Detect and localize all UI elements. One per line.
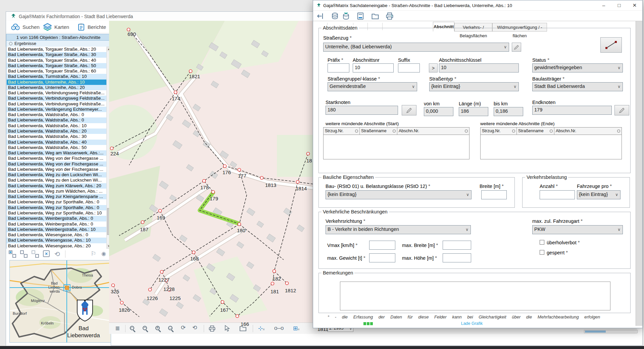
breite-input[interactable] xyxy=(481,190,507,199)
undo-selection-button[interactable]: ⟲ xyxy=(54,250,60,258)
previous-view-icon[interactable]: ⟲ xyxy=(192,324,197,331)
list-item[interactable]: Bad Liebenwerda, Unterreihe, Abs.: 10 xyxy=(7,80,106,85)
col-abschnnr[interactable]: Abschn.Nr. xyxy=(554,128,622,135)
list-item[interactable]: Bad Liebenwerda, Weg zum Wäldchen, Abs.:… xyxy=(7,189,106,194)
refresh-icon[interactable]: ⟳ xyxy=(181,324,186,331)
list-item[interactable]: Bad Liebenwerda, Torgauer Straße, Abs.: … xyxy=(7,63,106,68)
list-item[interactable]: Bad Liebenwerda, Waldstraße, Abs.: 10 xyxy=(7,123,106,129)
form-icon[interactable] xyxy=(356,12,365,20)
list-item[interactable]: Bad Liebenwerda, Wiesengasse, Abs.: 20 xyxy=(7,243,106,249)
list-item[interactable]: Bad Liebenwerda, Verbindungsweg Feldstra… xyxy=(7,101,106,107)
list-item[interactable]: Bad Liebenwerda, Turmstraße, Abs.: 10 xyxy=(7,74,106,79)
list-item[interactable]: Bad Liebenwerda, Torgauer Straße, Abs.: … xyxy=(7,58,106,63)
minimize-button[interactable]: – xyxy=(596,0,611,10)
belastungsklasse-select[interactable]: {kein Eintrag} xyxy=(326,190,472,199)
abschnittsnr-input[interactable]: 10 xyxy=(353,63,394,72)
list-item[interactable]: Bad Liebenwerda, Weg zur Sporthalle, Abs… xyxy=(7,199,106,205)
toolbar-berichte[interactable]: Berichte xyxy=(77,22,106,31)
muendende-ende-table[interactable]: Strzug.Nr. Straßenname Abschn.Nr. xyxy=(480,127,622,159)
folder-icon[interactable] xyxy=(371,12,380,20)
toolbar-suchen[interactable]: Suchen xyxy=(11,22,40,31)
zoom-window-icon[interactable]: ⌐ xyxy=(130,326,134,330)
sort-icon[interactable] xyxy=(465,130,468,133)
list-item[interactable]: Bad Liebenwerda, Weg zur Sporthalle, Abs… xyxy=(7,205,106,210)
node-tool-1-icon[interactable]: ⊹ıı xyxy=(258,325,264,332)
list-item[interactable]: Bad Liebenwerda, Unterreihe, Abs.: 20 xyxy=(7,85,106,90)
list-item[interactable]: Bad Liebenwerda, Verlängerung Echtermeye… xyxy=(7,107,106,112)
node-tool-3-icon[interactable]: ⊞ıı xyxy=(293,325,299,332)
vmax-input[interactable] xyxy=(369,241,395,250)
muendende-start-table[interactable]: Strzug.Nr. Straßenname Abschn.Nr. xyxy=(323,127,469,159)
strassenzug-select[interactable]: Unterreihe, (Bad Liebenwerda) xyxy=(323,43,509,52)
overview-map[interactable]: BadLiebenwerda xyxy=(9,260,111,343)
back-icon[interactable] xyxy=(316,12,325,20)
list-item[interactable]: Bad Liebenwerda, Weinbergstraße, Abs.: 0 xyxy=(7,221,106,227)
list-item[interactable]: Bad Liebenwerda, Torgauer Straße, Abs.: … xyxy=(7,68,106,74)
strassenzug-edit-button[interactable] xyxy=(512,43,521,52)
sort-icon[interactable] xyxy=(355,130,358,133)
list-item[interactable]: Bad Liebenwerda, Waldstraße, Abs.: 30 xyxy=(7,134,106,139)
endknoten-edit-button[interactable] xyxy=(614,105,629,115)
list-item[interactable]: Bad Liebenwerda, Weg am Wasserwerk, Abs.… xyxy=(7,150,106,156)
max-breite-input[interactable] xyxy=(443,241,471,250)
select-remove-button[interactable] xyxy=(32,250,39,258)
list-item[interactable]: Bad Liebenwerda, Weg zum Klärwerk, Abs.:… xyxy=(7,183,106,189)
fahrzeugart-select[interactable]: PKW xyxy=(532,225,623,234)
results-list[interactable]: Bad Liebenwerda, Torgauer Straße, Abs.: … xyxy=(6,47,106,249)
results-group-row[interactable]: Ergebnisse xyxy=(6,41,111,47)
strassentyp-select[interactable]: {kein Eintrag} xyxy=(429,82,519,91)
tab-abschnitt[interactable]: Abschnitt xyxy=(433,22,454,32)
baulasttraeger-select[interactable]: Stadt Bad Liebenwerda xyxy=(532,82,623,91)
flag-icon[interactable]: ⚐ xyxy=(91,250,96,257)
col-strassenname[interactable]: Straßenname xyxy=(360,128,397,135)
list-item[interactable]: Bad Liebenwerda, Weg von der Fischergass… xyxy=(7,161,106,167)
list-item[interactable]: Bad Liebenwerda, Weg von der Fischergass… xyxy=(7,156,106,161)
ueberholverbot-checkbox[interactable] xyxy=(540,240,544,245)
list-item[interactable]: Bad Liebenwerda, Weg zur Kleingartenspar… xyxy=(7,194,106,199)
praefix-input[interactable] xyxy=(328,63,349,72)
list-item[interactable]: Bad Liebenwerda, Verbindungsweg Feldstra… xyxy=(7,90,106,96)
select-add-button[interactable] xyxy=(20,250,28,258)
sort-icon[interactable] xyxy=(550,130,553,133)
list-item[interactable]: Bad Liebenwerda, Waldstraße, Abs.: 0 xyxy=(7,117,106,123)
zoom-in-icon[interactable]: + xyxy=(155,326,160,330)
gesperrt-checkbox[interactable] xyxy=(540,250,544,255)
sort-icon[interactable] xyxy=(512,130,515,133)
fahrzeuge-pro-select[interactable]: {kein Eintrag} xyxy=(577,190,621,199)
sort-icon[interactable] xyxy=(393,130,396,133)
list-item[interactable]: Bad Liebenwerda, Verbindungsweg Feldstra… xyxy=(7,96,106,101)
segment-geometry-button[interactable] xyxy=(600,37,622,53)
list-item[interactable]: Bad Liebenwerda, Waldstraße, Abs.: 0 xyxy=(7,112,106,117)
schluessel-expand-button[interactable]: > xyxy=(429,63,438,72)
database-load-icon[interactable] xyxy=(342,12,350,20)
list-item[interactable]: Bad Liebenwerda, Wiesengasse, Abs.: 0 xyxy=(7,232,106,238)
list-item[interactable]: Bad Liebenwerda, Waldstraße, Abs.: 50 xyxy=(7,145,106,150)
suffix-input[interactable] xyxy=(398,63,420,72)
list-item[interactable]: Bad Liebenwerda, Weg zu den Luckschen Wi… xyxy=(7,178,106,183)
database-save-icon[interactable] xyxy=(331,12,339,20)
list-item[interactable]: Bad Liebenwerda, Weg von der Fischergass… xyxy=(7,167,106,172)
bemerkungen-textarea[interactable] xyxy=(340,282,610,310)
mini-scrollbar[interactable] xyxy=(584,330,638,333)
col-abschnnr[interactable]: Abschn.Nr. xyxy=(397,128,469,135)
clear-selection-button[interactable]: × xyxy=(43,250,50,257)
anzahl-input[interactable] xyxy=(540,190,575,199)
select-new-button[interactable] xyxy=(9,250,16,258)
startknoten-edit-button[interactable] xyxy=(402,105,416,115)
legend-icon[interactable]: ≣ xyxy=(115,325,120,332)
verkehrsrichtung-select[interactable]: B - Verkehr in beiden Richtungen xyxy=(326,225,471,234)
list-item[interactable]: Bad Liebenwerda, Weinbergstraße, Abs.: 0 xyxy=(7,216,106,221)
identify-icon[interactable]: ◉ xyxy=(101,250,106,257)
zoom-extent-icon[interactable]: ↔ xyxy=(168,326,172,330)
status-select[interactable]: gewidmet/freigegeben xyxy=(532,63,623,72)
sort-icon[interactable] xyxy=(617,130,620,133)
col-strassenname[interactable]: Straßenname xyxy=(517,128,554,135)
strassengruppe-select[interactable]: Gemeindestraße xyxy=(328,82,417,91)
max-hoehe-input[interactable] xyxy=(443,253,471,262)
print-map-icon[interactable] xyxy=(208,325,216,332)
toolbar-karten[interactable]: Karten xyxy=(43,22,69,31)
list-item[interactable]: Bad Liebenwerda, Waldstraße, Abs.: 20 xyxy=(7,129,106,134)
close-button[interactable]: ✕ xyxy=(627,0,642,10)
node-tool-2-icon[interactable]: o–o xyxy=(274,325,284,332)
zoom-out-icon[interactable]: − xyxy=(143,326,147,330)
